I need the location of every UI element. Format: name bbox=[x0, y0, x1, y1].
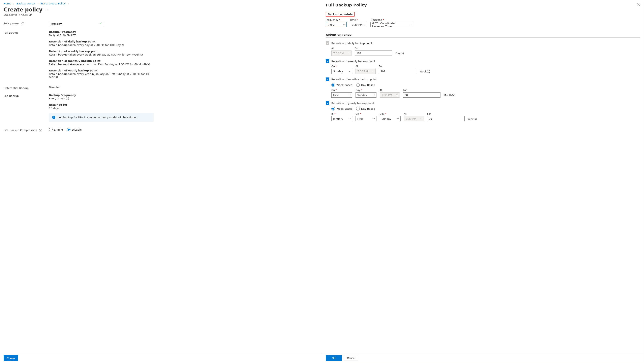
label-yearly-at: At bbox=[404, 112, 424, 115]
radio-enable-compression[interactable]: Enable bbox=[49, 128, 63, 131]
radio-yearly-week-based[interactable]: Week Based bbox=[331, 107, 352, 110]
monthly-retention-value: Retain backup taken every month on First… bbox=[49, 63, 154, 66]
monthly-on-select[interactable]: First bbox=[331, 92, 352, 98]
differential-value: Disabled bbox=[49, 86, 154, 89]
breadcrumb: Home › Backup center › Start: Create Pol… bbox=[0, 0, 322, 6]
timezone-select[interactable]: (UTC) Coordinated Universal Time bbox=[370, 22, 413, 27]
yearly-retention-label: Retention of yearly backup point bbox=[331, 102, 374, 105]
page-title: Create policy bbox=[4, 7, 42, 13]
info-banner: i Log backup for DBs in simple recovery … bbox=[49, 113, 154, 122]
weekly-retention-label: Retention of weekly backup point bbox=[331, 60, 375, 63]
cancel-button[interactable]: Cancel bbox=[344, 355, 358, 361]
radio-icon bbox=[49, 128, 52, 131]
radio-monthly-day-based[interactable]: Day Based bbox=[356, 83, 375, 87]
weekly-at-select: 7:30 PM bbox=[356, 69, 376, 74]
monthly-retention-label: Retention of monthly backup point bbox=[331, 78, 377, 81]
log-backup-freq-title: Backup Frequency bbox=[49, 94, 154, 97]
weekly-on-select[interactable]: Sunday bbox=[331, 69, 352, 74]
daily-unit: Day(s) bbox=[396, 47, 404, 56]
label-timezone: Timezone * bbox=[370, 18, 413, 21]
chevron-down-icon bbox=[343, 23, 345, 26]
weekly-retention-title: Retention of weekly backup point bbox=[49, 50, 154, 53]
chevron-down-icon bbox=[373, 94, 375, 97]
yearly-for-input[interactable] bbox=[427, 116, 465, 121]
chevron-right-icon: › bbox=[68, 2, 69, 5]
radio-icon bbox=[331, 83, 335, 87]
monthly-retention-title: Retention of monthly backup point bbox=[49, 59, 154, 62]
page-subtitle: SQL Server in Azure VM bbox=[0, 13, 322, 19]
info-icon[interactable]: i bbox=[22, 22, 24, 25]
label-daily-for: For bbox=[355, 47, 392, 50]
monthly-day-select[interactable]: Sunday bbox=[356, 92, 376, 98]
label-monthly-day: Day * bbox=[356, 89, 376, 91]
chevron-down-icon bbox=[348, 52, 350, 55]
ok-button[interactable]: OK bbox=[326, 355, 342, 361]
chevron-down-icon bbox=[348, 94, 351, 97]
label-monthly-at: At bbox=[380, 89, 400, 91]
monthly-for-input[interactable] bbox=[403, 92, 440, 98]
breadcrumb-start-create-policy[interactable]: Start: Create Policy bbox=[40, 2, 66, 5]
yearly-at-select: 7:30 PM bbox=[404, 116, 424, 121]
label-log-backup: Log Backup bbox=[4, 94, 49, 97]
radio-yearly-day-based[interactable]: Day Based bbox=[356, 107, 375, 110]
log-backup-freq-value: Every 2 hour(s) bbox=[49, 97, 154, 100]
info-icon[interactable]: i bbox=[39, 129, 42, 132]
label-weekly-on: On * bbox=[331, 65, 352, 68]
yearly-in-select[interactable]: January bbox=[331, 116, 352, 121]
log-backup-ret-title: Retained for bbox=[49, 103, 154, 106]
radio-icon bbox=[356, 83, 360, 87]
more-options-button[interactable]: ··· bbox=[45, 8, 50, 12]
chevron-right-icon: › bbox=[14, 2, 14, 5]
create-button[interactable]: Create bbox=[4, 355, 18, 361]
log-backup-ret-value: 15 days bbox=[49, 107, 154, 110]
retention-range-heading: Retention range bbox=[326, 33, 640, 38]
checkbox-daily-retention bbox=[326, 41, 329, 45]
breadcrumb-backup-center[interactable]: Backup center bbox=[16, 2, 36, 5]
chevron-down-icon bbox=[373, 117, 375, 120]
yearly-retention-value: Retain backup taken every year in Januar… bbox=[49, 72, 154, 78]
chevron-down-icon bbox=[396, 94, 398, 97]
chevron-down-icon bbox=[397, 117, 399, 120]
checkmark-icon bbox=[100, 22, 102, 25]
weekly-unit: Week(s) bbox=[420, 65, 430, 74]
yearly-day-select[interactable]: Sunday bbox=[380, 116, 400, 121]
checkbox-weekly-retention[interactable] bbox=[326, 59, 329, 63]
label-weekly-at: At bbox=[356, 65, 376, 68]
full-backup-freq-value: Daily at 7:30 PM UTC bbox=[49, 34, 154, 37]
chevron-down-icon bbox=[409, 23, 412, 26]
label-differential-backup: Differential Backup bbox=[4, 86, 49, 89]
label-yearly-day: Day * bbox=[380, 112, 400, 115]
policy-name-input[interactable] bbox=[49, 21, 103, 26]
frequency-select[interactable]: Daily bbox=[326, 22, 347, 27]
label-monthly-for: For bbox=[403, 89, 440, 91]
monthly-at-select: 7:30 PM bbox=[380, 92, 400, 98]
label-weekly-for: For bbox=[379, 65, 416, 68]
radio-disable-compression[interactable]: Disable bbox=[67, 128, 82, 131]
label-full-backup: Full Backup bbox=[4, 30, 49, 34]
radio-icon bbox=[67, 128, 70, 131]
daily-retention-value: Retain backup taken every day at 7:30 PM… bbox=[49, 43, 154, 46]
weekly-for-input[interactable] bbox=[379, 69, 416, 74]
checkbox-yearly-retention[interactable] bbox=[326, 101, 329, 105]
weekly-retention-value: Retain backup taken every week on Sunday… bbox=[49, 53, 154, 56]
radio-monthly-week-based[interactable]: Week Based bbox=[331, 83, 352, 87]
label-yearly-for: For bbox=[427, 112, 465, 115]
checkbox-monthly-retention[interactable] bbox=[326, 77, 329, 81]
chevron-down-icon bbox=[363, 23, 366, 26]
breadcrumb-home[interactable]: Home bbox=[4, 2, 11, 5]
radio-icon bbox=[331, 107, 335, 110]
time-select[interactable]: 7:30 PM bbox=[350, 22, 367, 27]
monthly-unit: Month(s) bbox=[444, 89, 455, 98]
label-time: Time * bbox=[350, 18, 367, 21]
panel-title: Full Backup Policy bbox=[326, 2, 367, 7]
info-icon: i bbox=[52, 116, 55, 119]
yearly-retention-title: Retention of yearly backup point bbox=[49, 69, 154, 72]
label-monthly-on: On * bbox=[331, 89, 352, 91]
full-backup-freq-title: Backup Frequency bbox=[49, 30, 154, 33]
label-sql-compression: SQL Backup Compression i bbox=[4, 128, 49, 132]
label-yearly-on: On * bbox=[356, 112, 376, 115]
close-button[interactable] bbox=[637, 2, 640, 7]
daily-for-input[interactable] bbox=[355, 50, 392, 56]
yearly-on-select[interactable]: First bbox=[356, 116, 376, 121]
daily-retention-label: Retention of daily backup point bbox=[331, 42, 372, 45]
